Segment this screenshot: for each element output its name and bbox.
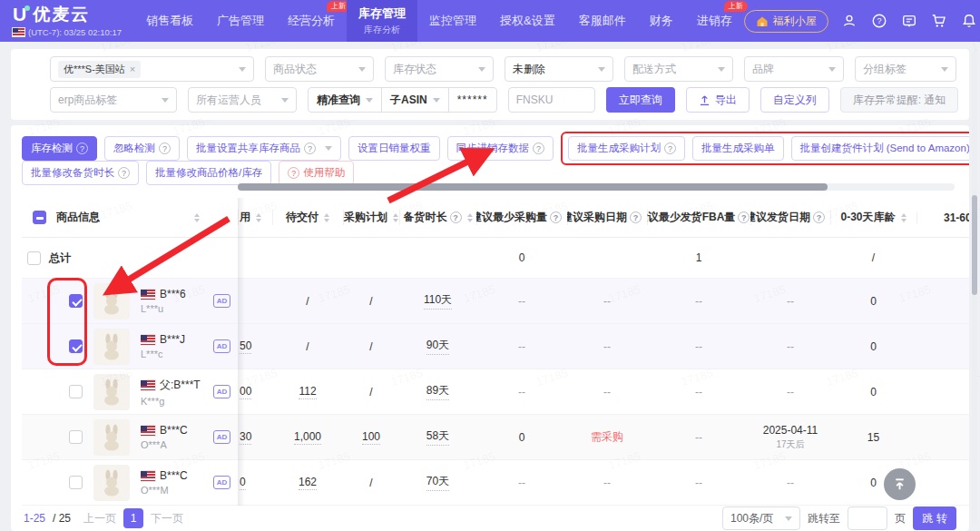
nav-item-进销存[interactable]: 进销存上新 <box>685 0 744 42</box>
product-asin[interactable]: B***C <box>160 424 188 437</box>
filter-select-商品状态[interactable]: 商品状态 <box>265 56 374 82</box>
column-header-plan[interactable]: 采购计划 <box>343 210 399 225</box>
next-page-button[interactable]: 下一页 <box>151 511 183 526</box>
column-header-product[interactable]: 商品信息 <box>22 210 238 225</box>
sort-icon[interactable] <box>901 213 906 222</box>
toolbar-button-使用帮助[interactable]: ?使用帮助 <box>279 161 354 185</box>
toolbar-button-批量生成采购计划[interactable]: 批量生成采购计划? <box>568 136 685 161</box>
column-header-leadtime[interactable]: 备货时长? <box>399 210 476 225</box>
product-sku[interactable]: L***c <box>141 349 185 359</box>
bell-icon[interactable] <box>961 13 978 30</box>
query-mode-select[interactable]: 精准查询 <box>309 88 382 112</box>
toolbar-button-设置日销量权重[interactable]: 设置日销量权重 <box>348 136 440 161</box>
nav-submenu-label[interactable]: 库存分析 <box>364 24 400 36</box>
column-header-ship_date[interactable]: 建议发货日期? <box>750 210 830 225</box>
product-asin[interactable]: B***C <box>160 469 188 482</box>
sort-icon[interactable] <box>256 213 261 222</box>
toolbar-button-忽略检测[interactable]: 忽略检测? <box>104 136 180 161</box>
asin-type-select[interactable]: 子ASIN <box>382 88 449 112</box>
search-value-input[interactable]: ****** <box>449 88 496 112</box>
ad-badge-icon[interactable]: AD <box>213 430 230 444</box>
help-icon: ? <box>813 211 825 223</box>
cell-min_purchase: -- <box>476 477 567 489</box>
toolbar-button-批量修改备货时长[interactable]: 批量修改备货时长? <box>22 161 139 185</box>
nav-item-库存管理[interactable]: 库存管理库存分析 <box>347 0 417 42</box>
row-checkbox[interactable] <box>69 339 83 353</box>
product-sku[interactable]: O***A <box>141 439 188 450</box>
top-nav: U 优麦云 (UTC-7): 03/25 02:10:17 销售看板广告管理经营… <box>0 0 980 42</box>
jump-button[interactable]: 跳 转 <box>913 506 956 530</box>
cell-min_purchase: -- <box>476 295 567 308</box>
cell-plan: / <box>343 340 399 353</box>
toolbar-button-批量创建货件计划 (Send to Amazon)[interactable]: 批量创建货件计划 (Send to Amazon) <box>791 136 970 161</box>
page-size-select[interactable]: 100条/页 <box>722 506 800 530</box>
fnsku-input[interactable] <box>508 87 595 113</box>
remove-tag-icon[interactable]: × <box>130 64 135 74</box>
filter-select-品牌[interactable]: 品牌 <box>744 56 844 82</box>
select-all-checkbox[interactable] <box>33 211 46 224</box>
row-checkbox[interactable] <box>27 251 41 265</box>
column-header-min_fba[interactable]: 建议最少发货FBA量? <box>647 210 750 225</box>
toolbar-button-批量生成采购单[interactable]: 批量生成采购单 <box>692 136 784 161</box>
back-to-top-button[interactable] <box>884 468 916 500</box>
user-icon[interactable] <box>841 13 858 30</box>
product-asin[interactable]: 父:B***T <box>160 378 201 393</box>
custom-columns-button[interactable]: 自定义列 <box>760 87 829 113</box>
nav-item-监控管理[interactable]: 监控管理 <box>417 0 488 42</box>
product-asin[interactable]: B***6 <box>160 288 186 300</box>
cell-plan: / <box>343 386 399 398</box>
vertical-scrollbar-thumb[interactable] <box>972 195 977 295</box>
toolbar-button-批量修改商品价格/库存[interactable]: 批量修改商品价格/库存 <box>146 161 271 185</box>
product-asin[interactable]: B***J <box>160 333 185 346</box>
column-header-min_purchase[interactable]: 建议最少采购量? <box>476 210 567 225</box>
horizontal-scrollbar-thumb[interactable] <box>238 183 828 191</box>
row-checkbox[interactable] <box>69 476 83 489</box>
help-icon[interactable]: ? <box>871 13 888 30</box>
column-header-avail[interactable]: 用 <box>238 210 272 225</box>
ad-badge-icon[interactable]: AD <box>213 385 230 398</box>
cart-icon[interactable] <box>931 13 948 30</box>
page-range: 1-25 <box>24 512 45 525</box>
row-checkbox[interactable] <box>69 385 83 398</box>
filter-select-配送方式[interactable]: 配送方式 <box>624 56 733 82</box>
filter-select-分组标签[interactable]: 分组标签 <box>855 56 956 82</box>
nav-item-广告管理[interactable]: 广告管理 <box>205 0 276 42</box>
sort-icon[interactable] <box>393 213 398 222</box>
product-sku[interactable]: K***g <box>141 396 201 407</box>
sort-icon[interactable] <box>194 213 200 222</box>
product-sku[interactable]: O***M <box>141 485 188 496</box>
sort-icon[interactable] <box>324 213 329 222</box>
toolbar-button-同步进销存数据[interactable]: 同步进销存数据? <box>447 136 554 161</box>
feedback-icon[interactable] <box>901 13 918 30</box>
nav-item-销售看板[interactable]: 销售看板 <box>134 0 205 42</box>
nav-item-经营分析[interactable]: 经营分析上新 <box>276 0 347 42</box>
sort-icon[interactable] <box>467 213 473 222</box>
column-header-age_31_60[interactable]: 31-60 <box>916 211 969 224</box>
filter-select-优***S-美国站[interactable]: 优***S-美国站× <box>50 56 254 82</box>
erp-tag-select[interactable]: erp商品标签 <box>50 87 177 113</box>
column-header-purchase_date[interactable]: 建议采购日期? <box>567 210 647 225</box>
ad-badge-icon[interactable]: AD <box>213 476 230 489</box>
column-header-pending[interactable]: 待交付 <box>272 210 343 225</box>
ad-badge-icon[interactable]: AD <box>213 339 230 353</box>
toolbar-button-批量设置共享库存商品[interactable]: 批量设置共享库存商品? <box>187 136 341 161</box>
welfare-button[interactable]: 福利小屋 <box>744 10 828 33</box>
filter-select-未删除[interactable]: 未删除 <box>505 56 613 82</box>
nav-item-客服邮件[interactable]: 客服邮件 <box>567 0 638 42</box>
filter-select-库存状态[interactable]: 库存状态 <box>385 56 494 82</box>
ad-badge-icon[interactable]: AD <box>213 294 230 308</box>
prev-page-button[interactable]: 上一页 <box>83 511 116 526</box>
nav-item-授权&设置[interactable]: 授权&设置 <box>488 0 567 42</box>
inventory-alert-button[interactable]: 库存异常提醒: 通知 <box>840 87 959 113</box>
nav-item-财务[interactable]: 财务 <box>638 0 685 42</box>
jump-page-input[interactable] <box>848 506 887 530</box>
row-checkbox[interactable] <box>69 294 83 308</box>
export-button[interactable]: 导出 <box>686 87 750 113</box>
query-button[interactable]: 立即查询 <box>606 87 675 113</box>
current-page-button[interactable]: 1 <box>123 508 143 528</box>
toolbar-button-库存检测[interactable]: 库存检测? <box>22 136 97 161</box>
column-header-age_0_30[interactable]: 0-30天库龄 <box>830 210 916 225</box>
row-checkbox[interactable] <box>69 430 83 444</box>
operator-select[interactable]: 所有运营人员 <box>188 87 297 113</box>
product-sku[interactable]: L***u <box>141 303 186 314</box>
